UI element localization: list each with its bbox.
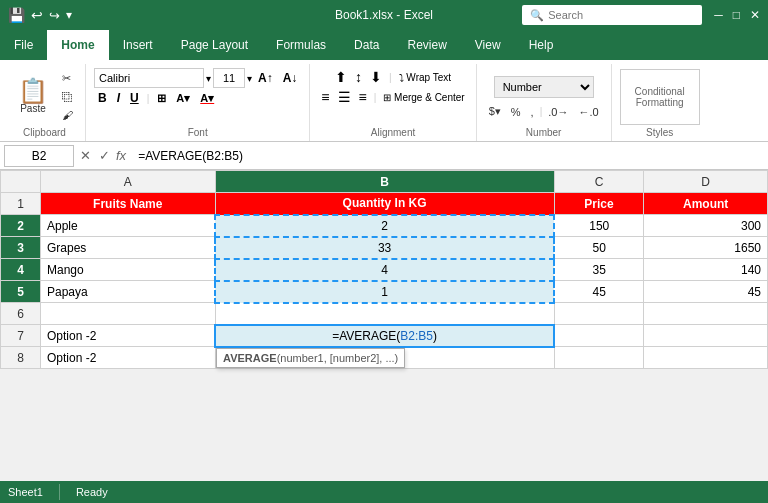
cell-D3[interactable]: 1650 — [644, 237, 768, 259]
cell-C4[interactable]: 35 — [554, 259, 644, 281]
tab-review[interactable]: Review — [393, 30, 460, 60]
paste-button[interactable]: 📋 Paste — [12, 77, 54, 116]
bold-button[interactable]: B — [94, 90, 111, 106]
table-row: 1 Fruits Name Quantity In KG Price Amoun… — [1, 193, 768, 215]
cell-D2[interactable]: 300 — [644, 215, 768, 237]
cell-A5[interactable]: Papaya — [41, 281, 216, 303]
search-box[interactable]: 🔍 — [522, 5, 702, 25]
spreadsheet: A B C D 1 Fruits Name Quantity In KG Pri… — [0, 170, 768, 481]
tab-insert[interactable]: Insert — [109, 30, 167, 60]
minimize-icon[interactable]: ─ — [714, 8, 723, 22]
col-header-D[interactable]: D — [644, 171, 768, 193]
col-header-A[interactable]: A — [41, 171, 216, 193]
ribbon-group-font: ▾ ▾ A↑ A↓ B I U | ⊞ A▾ A▾ Font — [86, 64, 310, 141]
cell-D6[interactable] — [644, 303, 768, 325]
cut-button[interactable]: ✂ — [58, 70, 77, 87]
tab-data[interactable]: Data — [340, 30, 393, 60]
conditional-formatting-button[interactable]: Conditional Formatting — [620, 69, 700, 125]
align-middle-button[interactable]: ↕ — [352, 68, 365, 86]
cell-C3[interactable]: 50 — [554, 237, 644, 259]
cell-A2[interactable]: Apple — [41, 215, 216, 237]
font-color-button[interactable]: A▾ — [196, 91, 218, 106]
cell-A1[interactable]: Fruits Name — [41, 193, 216, 215]
cell-C8[interactable] — [554, 347, 644, 369]
number-format-select[interactable]: Number General Currency Percentage — [494, 76, 594, 98]
spreadsheet-table: A B C D 1 Fruits Name Quantity In KG Pri… — [0, 170, 768, 369]
save-icon[interactable]: 💾 — [8, 7, 25, 23]
font-name-dropdown-icon[interactable]: ▾ — [206, 73, 211, 84]
cell-A6[interactable] — [41, 303, 216, 325]
tab-home[interactable]: Home — [47, 30, 108, 60]
undo-icon[interactable]: ↩ — [31, 7, 43, 23]
underline-button[interactable]: U — [126, 90, 143, 106]
font-size-dropdown-icon[interactable]: ▾ — [247, 73, 252, 84]
cell-A4[interactable]: Mango — [41, 259, 216, 281]
font-size-input[interactable] — [213, 68, 245, 88]
tab-file[interactable]: File — [0, 30, 47, 60]
cell-D7[interactable] — [644, 325, 768, 347]
spreadsheet-container: A B C D 1 Fruits Name Quantity In KG Pri… — [0, 170, 768, 481]
cell-D1[interactable]: Amount — [644, 193, 768, 215]
close-icon[interactable]: ✕ — [750, 8, 760, 22]
cell-C1[interactable]: Price — [554, 193, 644, 215]
cell-B3[interactable]: 33 — [215, 237, 554, 259]
align-center-button[interactable]: ☰ — [335, 88, 354, 106]
table-row: 2 Apple 2 150 300 — [1, 215, 768, 237]
percent-button[interactable]: % — [507, 104, 525, 120]
increase-decimal-button[interactable]: .0→ — [544, 104, 572, 120]
fx-label: fx — [116, 148, 126, 163]
font-name-input[interactable] — [94, 68, 204, 88]
cell-C2[interactable]: 150 — [554, 215, 644, 237]
search-input[interactable] — [548, 9, 668, 21]
cell-D4[interactable]: 140 — [644, 259, 768, 281]
tab-view[interactable]: View — [461, 30, 515, 60]
sheet-tab[interactable]: Sheet1 — [8, 486, 43, 498]
currency-button[interactable]: $▾ — [485, 103, 505, 120]
merge-center-button[interactable]: ⊞ Merge & Center — [380, 91, 467, 104]
cell-D8[interactable] — [644, 347, 768, 369]
tab-formulas[interactable]: Formulas — [262, 30, 340, 60]
row-num-3: 3 — [1, 237, 41, 259]
italic-button[interactable]: I — [113, 90, 124, 106]
increase-font-button[interactable]: A↑ — [254, 70, 277, 86]
name-box[interactable] — [4, 145, 74, 167]
copy-button[interactable]: ⿻ — [58, 89, 77, 105]
border-button[interactable]: ⊞ — [153, 91, 170, 106]
comma-button[interactable]: , — [527, 104, 538, 120]
font-name-row: ▾ ▾ A↑ A↓ — [94, 68, 301, 88]
decrease-font-button[interactable]: A↓ — [279, 70, 302, 86]
wrap-text-button[interactable]: ⤵ Wrap Text — [396, 71, 454, 84]
cell-A7[interactable]: Option -2 — [41, 325, 216, 347]
fill-color-button[interactable]: A▾ — [172, 91, 194, 106]
cell-C7[interactable] — [554, 325, 644, 347]
decrease-decimal-button[interactable]: ←.0 — [574, 104, 602, 120]
autocomplete-function: AVERAGE — [223, 352, 277, 364]
format-painter-button[interactable]: 🖌 — [58, 107, 77, 123]
cell-B7[interactable]: =AVERAGE(B2:B5) AVERAGE(number1, [number… — [215, 325, 554, 347]
cell-A8[interactable]: Option -2 — [41, 347, 216, 369]
cut-icon: ✂ — [62, 72, 71, 84]
cancel-formula-button[interactable]: ✕ — [78, 148, 93, 163]
col-header-C[interactable]: C — [554, 171, 644, 193]
confirm-formula-button[interactable]: ✓ — [97, 148, 112, 163]
tab-pagelayout[interactable]: Page Layout — [167, 30, 262, 60]
cell-C5[interactable]: 45 — [554, 281, 644, 303]
redo-icon[interactable]: ↪ — [49, 8, 60, 23]
cell-C6[interactable] — [554, 303, 644, 325]
cell-B6[interactable] — [215, 303, 554, 325]
align-bottom-button[interactable]: ⬇ — [367, 68, 385, 86]
cell-A3[interactable]: Grapes — [41, 237, 216, 259]
cell-B4[interactable]: 4 — [215, 259, 554, 281]
customize-icon[interactable]: ▾ — [66, 8, 72, 22]
align-right-button[interactable]: ≡ — [356, 88, 370, 106]
align-top-button[interactable]: ⬆ — [332, 68, 350, 86]
cell-D5[interactable]: 45 — [644, 281, 768, 303]
align-left-button[interactable]: ≡ — [318, 88, 332, 106]
formula-input[interactable] — [134, 147, 764, 165]
cell-B5[interactable]: 1 — [215, 281, 554, 303]
cell-B2[interactable]: 2 — [215, 215, 554, 237]
maximize-icon[interactable]: □ — [733, 8, 740, 22]
tab-help[interactable]: Help — [515, 30, 568, 60]
cell-B1[interactable]: Quantity In KG — [215, 193, 554, 215]
col-header-B[interactable]: B — [215, 171, 554, 193]
